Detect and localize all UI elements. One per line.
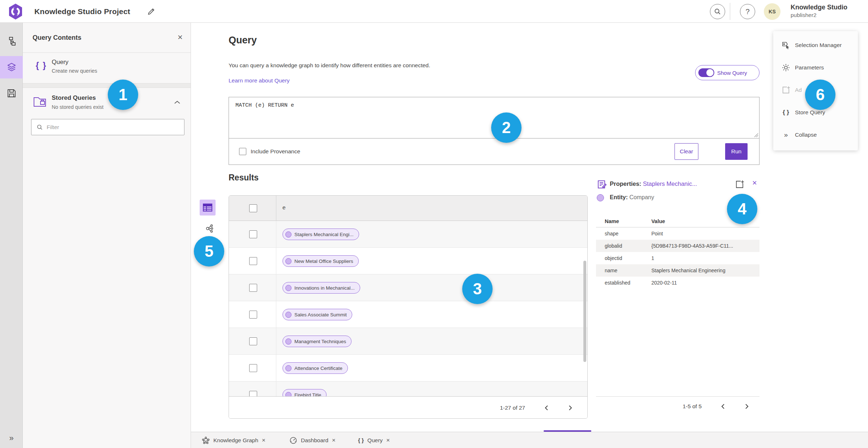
help-button[interactable]: ? [740, 4, 755, 19]
annotation-badge-6: 6 [805, 80, 835, 110]
tab-query[interactable]: { } Query × [358, 432, 390, 448]
table-scrollbar[interactable] [583, 261, 586, 362]
table-row[interactable]: Attendance Certificate [229, 355, 587, 381]
clear-button[interactable]: Clear [675, 143, 698, 160]
knowledge-studio-app: Knowledge Studio Project ? KS Knowledge … [0, 0, 868, 448]
menu-item-collapse[interactable]: » Collapse [773, 124, 858, 146]
menu-item-selection-manager[interactable]: Selection Manager [773, 34, 858, 56]
annotation-badge-2: 2 [491, 112, 522, 143]
query-braces-icon: { } [358, 437, 364, 443]
entity-chip[interactable]: Managment Techniques [282, 336, 352, 347]
table-row[interactable]: Staplers Mechanical Engi... [229, 221, 587, 248]
row-checkbox[interactable] [249, 391, 257, 397]
rail-item-data-model[interactable] [0, 30, 23, 52]
collapse-icon: » [780, 131, 791, 139]
entity-chip[interactable]: Sales Associate Summit [282, 309, 352, 320]
properties-prev-page-icon[interactable] [720, 404, 726, 409]
entity-dot-icon [285, 258, 292, 264]
tab-close-icon[interactable]: × [262, 437, 265, 444]
table-view-button[interactable] [200, 200, 216, 216]
results-prev-page-icon[interactable] [544, 405, 549, 411]
tab-close-icon[interactable]: × [386, 437, 390, 444]
active-tab-indicator [544, 430, 591, 432]
rail-item-contents[interactable] [0, 56, 23, 78]
show-query-toggle[interactable]: Show Query [695, 65, 760, 80]
filter-input[interactable] [47, 124, 184, 131]
app-logo-icon[interactable] [8, 3, 23, 20]
link-chart-view-button[interactable] [203, 223, 215, 234]
add-to-selection-icon[interactable] [735, 180, 744, 189]
dashboard-icon [289, 436, 297, 444]
property-row[interactable]: nameStaplers Mechanical Engineering [596, 264, 760, 277]
toggle-on-icon [698, 68, 714, 77]
store-query-braces-icon: { } [780, 109, 791, 116]
entity-dot-icon [285, 365, 292, 371]
property-row[interactable]: established2020-02-11 [596, 277, 760, 289]
entity-dot-icon [285, 285, 292, 291]
query-description: You can query a knowledge graph to ident… [229, 62, 430, 69]
annotation-badge-4: 4 [727, 194, 757, 224]
table-row[interactable]: Firebird Title [229, 381, 587, 397]
row-checkbox[interactable] [249, 364, 257, 372]
account-role: publisher2 [791, 12, 847, 18]
resize-handle-icon[interactable] [754, 133, 758, 137]
project-title: Knowledge Studio Project [34, 0, 130, 23]
filter-field [31, 119, 184, 135]
row-checkbox[interactable] [249, 284, 257, 292]
account-info[interactable]: Knowledge Studio publisher2 [791, 3, 847, 18]
panel-item-query[interactable]: { } Query Create new queries [23, 53, 191, 83]
results-title: Results [229, 173, 259, 183]
tab-close-icon[interactable]: × [332, 437, 336, 444]
tab-knowledge-graph[interactable]: Knowledge Graph × [202, 432, 265, 448]
run-button[interactable]: Run [725, 143, 748, 160]
property-row[interactable]: globalid{5D9B4713-F98D-4A53-A59F-C11... [596, 240, 760, 252]
search-button[interactable] [710, 4, 725, 19]
table-row[interactable]: Managment Techniques [229, 328, 587, 355]
row-checkbox[interactable] [249, 311, 257, 319]
entity-chip[interactable]: Firebird Title [282, 389, 327, 397]
menu-item-parameters[interactable]: Parameters [773, 56, 858, 79]
add-to-new-icon [782, 86, 790, 94]
results-next-page-icon[interactable] [568, 405, 573, 411]
table-row[interactable]: Sales Associate Summit [229, 301, 587, 328]
section-gap [23, 83, 191, 88]
help-icon: ? [745, 8, 749, 16]
results-pagination: 1-27 of 27 [229, 396, 587, 418]
entity-dot-icon [285, 392, 292, 397]
learn-more-link[interactable]: Learn more about Query [229, 77, 290, 84]
knowledge-graph-icon [202, 436, 210, 444]
data-model-icon [7, 36, 17, 46]
table-row[interactable]: Innovations in Mechanical... [229, 274, 587, 301]
results-table-header: e [229, 196, 587, 221]
rail-item-save[interactable] [0, 82, 23, 104]
annotation-badge-3: 3 [462, 274, 493, 304]
include-provenance-checkbox[interactable] [239, 148, 246, 155]
row-checkbox[interactable] [249, 257, 257, 265]
panel-item-stored-queries[interactable]: Stored Queries No stored queries exist [23, 88, 191, 120]
entity-chip[interactable]: New Metal Office Suppliers [282, 255, 359, 267]
layers-icon [6, 62, 17, 73]
row-checkbox[interactable] [249, 337, 257, 345]
table-icon [203, 203, 213, 212]
properties-entity-link[interactable]: Staplers Mechanic... [643, 180, 697, 187]
entity-chip[interactable]: Innovations in Mechanical... [282, 282, 360, 294]
panel-close-icon[interactable]: × [178, 32, 183, 42]
entity-chip[interactable]: Attendance Certificate [282, 362, 348, 374]
property-row[interactable]: objectid1 [596, 252, 760, 264]
table-row[interactable]: New Metal Office Suppliers [229, 248, 587, 274]
properties-next-page-icon[interactable] [744, 404, 749, 409]
tab-dashboard[interactable]: Dashboard × [289, 432, 336, 448]
search-icon [714, 8, 721, 15]
include-provenance-label: Include Provenance [251, 148, 300, 155]
edit-title-icon[interactable] [146, 7, 156, 16]
row-checkbox[interactable] [249, 230, 257, 238]
avatar[interactable]: KS [764, 3, 780, 20]
filter-search-icon [37, 124, 43, 131]
entity-chip[interactable]: Staplers Mechanical Engi... [282, 229, 359, 240]
select-all-checkbox[interactable] [249, 204, 257, 212]
query-page-title: Query [229, 35, 257, 46]
collapse-section-icon[interactable] [174, 100, 180, 104]
properties-close-icon[interactable]: × [752, 178, 757, 188]
expand-rail-icon[interactable]: » [0, 434, 23, 443]
property-row[interactable]: shapePoint [596, 227, 760, 240]
